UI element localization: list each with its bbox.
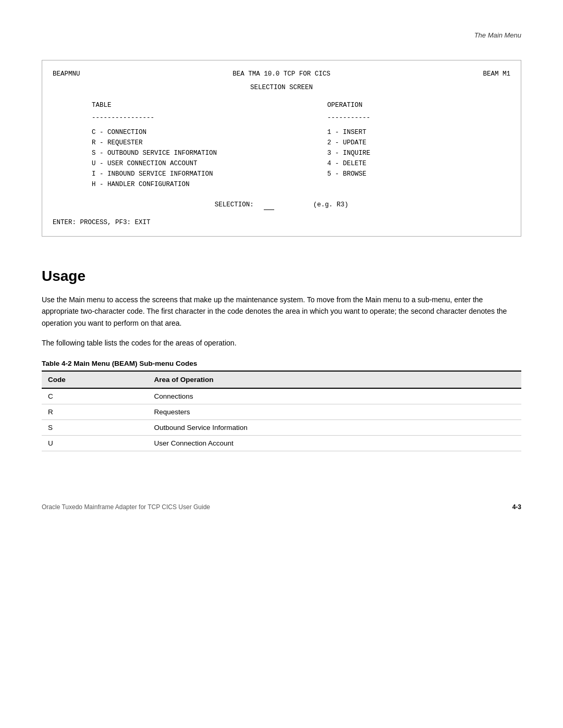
row-code-u: U (42, 435, 148, 451)
table-caption: Table 4-2 Main Menu (BEAM) Sub-menu Code… (42, 360, 521, 367)
footer-left-text: Oracle Tuxedo Mainframe Adapter for TCP … (42, 503, 210, 511)
row-code-r: R (42, 404, 148, 419)
operation-col-header: OPERATION (327, 100, 510, 110)
page-container: The Main Menu BEAPMNU BEA TMA 10.0 TCP F… (0, 0, 563, 728)
terminal-left-id: BEAPMNU (53, 69, 80, 79)
page-footer: Oracle Tuxedo Mainframe Adapter for TCP … (0, 498, 563, 516)
table-row: U User Connection Account (42, 435, 521, 451)
terminal-header-row: BEAPMNU BEA TMA 10.0 TCP FOR CICS BEAM M… (53, 69, 510, 79)
operation-header-text: OPERATION (327, 102, 363, 109)
top-section: The Main Menu BEAPMNU BEA TMA 10.0 TCP F… (0, 0, 563, 252)
table-item-r: R - REQUESTER (53, 138, 304, 148)
table-divider-text: ---------------- (53, 114, 154, 121)
usage-title: Usage (42, 268, 521, 285)
op-item-1: 1 - INSERT (327, 127, 510, 138)
selection-field-label: SELECTION: (e.g. R3) (215, 201, 349, 208)
operation-items: 1 - INSERT 2 - UPDATE 3 - INQUIRE 4 - DE… (327, 127, 510, 190)
table-header-text: TABLE (53, 102, 112, 109)
table-row: R Requesters (42, 404, 521, 419)
table-header-code: Code (42, 371, 148, 388)
terminal-footer: ENTER: PROCESS, PF3: EXIT (53, 217, 510, 228)
op-item-5: 5 - BROWSE (327, 169, 510, 179)
selection-screen-label: SELECTION SCREEN (250, 84, 313, 91)
table-header-row: Code Area of Operation (42, 371, 521, 388)
table-divider: ---------------- (53, 113, 304, 123)
table-items: C - CONNECTION R - REQUESTER S - OUTBOUN… (53, 127, 304, 190)
sub-menu-codes-table: Code Area of Operation C Connections R R… (42, 371, 521, 451)
op-item-4: 4 - DELETE (327, 158, 510, 169)
op-item-2: 2 - UPDATE (327, 138, 510, 148)
table-row: C Connections (42, 388, 521, 404)
table-item-i: I - INBOUND SERVICE INFORMATION (53, 169, 304, 179)
row-area-c: Connections (148, 388, 521, 404)
row-area-u: User Connection Account (148, 435, 521, 451)
main-menu-label: The Main Menu (42, 31, 521, 39)
operation-divider: ----------- (327, 113, 510, 123)
table-item-h: H - HANDLER CONFIGURATION (53, 179, 304, 190)
row-area-s: Outbound Service Information (148, 419, 521, 435)
usage-body-paragraph: Use the Main menu to access the screens … (42, 294, 521, 329)
row-code-s: S (42, 419, 148, 435)
terminal-box: BEAPMNU BEA TMA 10.0 TCP FOR CICS BEAM M… (42, 60, 521, 237)
usage-section: Usage Use the Main menu to access the sc… (0, 252, 563, 498)
table-col-header: TABLE (53, 100, 304, 110)
table-row: S Outbound Service Information (42, 419, 521, 435)
terminal-selection-screen: SELECTION SCREEN (53, 82, 510, 93)
terminal-selection-row: SELECTION: (e.g. R3) (53, 199, 510, 210)
footer-right-text: 4-3 (512, 503, 521, 511)
table-item-c: C - CONNECTION (53, 127, 304, 138)
terminal-right-id: BEAM M1 (483, 69, 510, 79)
terminal-dividers: ---------------- ----------- (53, 113, 510, 123)
table-item-u: U - USER CONNECTION ACCOUNT (53, 158, 304, 169)
op-item-3: 3 - INQUIRE (327, 148, 510, 158)
row-area-r: Requesters (148, 404, 521, 419)
terminal-items: C - CONNECTION R - REQUESTER S - OUTBOUN… (53, 127, 510, 190)
terminal-col-headers: TABLE OPERATION (53, 100, 510, 110)
table-item-s: S - OUTBOUND SERVICE INFORMATION (53, 148, 304, 158)
table-body: C Connections R Requesters S Outbound Se… (42, 388, 521, 451)
selection-input-underline (264, 199, 274, 210)
row-code-c: C (42, 388, 148, 404)
terminal-footer-text: ENTER: PROCESS, PF3: EXIT (53, 219, 151, 226)
operation-divider-text: ----------- (327, 114, 371, 121)
table-head: Code Area of Operation (42, 371, 521, 388)
terminal-center-title: BEA TMA 10.0 TCP FOR CICS (232, 69, 331, 79)
table-header-area: Area of Operation (148, 371, 521, 388)
usage-following-text: The following table lists the codes for … (42, 337, 521, 349)
